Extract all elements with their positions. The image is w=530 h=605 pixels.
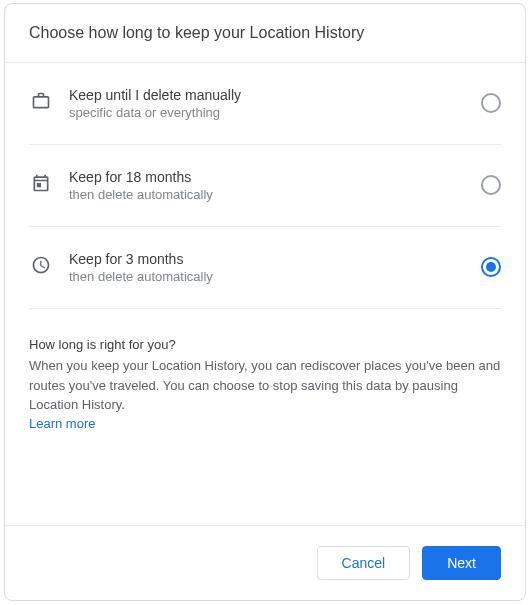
info-section: How long is right for you? When you keep… [5,309,525,525]
option-title: Keep until I delete manually [69,87,481,103]
option-text: Keep for 3 months then delete automatica… [69,251,481,284]
option-keep-manual[interactable]: Keep until I delete manually specific da… [29,63,501,145]
info-text: When you keep your Location History, you… [29,356,501,415]
page-title: Choose how long to keep your Location Hi… [29,24,501,42]
clock-icon [29,253,53,277]
options-list: Keep until I delete manually specific da… [5,63,525,309]
learn-more-link[interactable]: Learn more [29,416,95,431]
card-footer: Cancel Next [5,525,525,600]
radio-button[interactable] [481,175,501,195]
settings-card: Choose how long to keep your Location Hi… [4,3,526,601]
radio-button[interactable] [481,257,501,277]
info-title: How long is right for you? [29,337,501,352]
option-text: Keep for 18 months then delete automatic… [69,169,481,202]
briefcase-icon [29,89,53,113]
option-title: Keep for 18 months [69,169,481,185]
option-keep-18-months[interactable]: Keep for 18 months then delete automatic… [29,145,501,227]
option-subtitle: then delete automatically [69,187,481,202]
cancel-button[interactable]: Cancel [317,546,411,580]
next-button[interactable]: Next [422,546,501,580]
radio-button[interactable] [481,93,501,113]
option-title: Keep for 3 months [69,251,481,267]
option-text: Keep until I delete manually specific da… [69,87,481,120]
card-header: Choose how long to keep your Location Hi… [5,4,525,63]
calendar-icon [29,171,53,195]
option-keep-3-months[interactable]: Keep for 3 months then delete automatica… [29,227,501,309]
option-subtitle: specific data or everything [69,105,481,120]
option-subtitle: then delete automatically [69,269,481,284]
